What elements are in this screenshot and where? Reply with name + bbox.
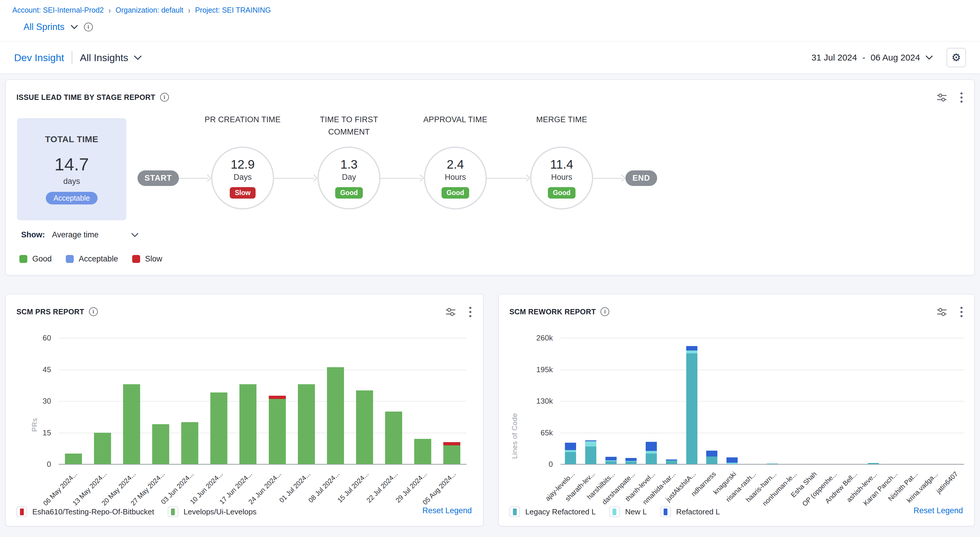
bar-segment[interactable] bbox=[356, 391, 373, 464]
bar-segment[interactable] bbox=[686, 353, 697, 464]
bar-segment[interactable] bbox=[65, 454, 82, 464]
bar-segment[interactable] bbox=[646, 454, 657, 464]
info-icon[interactable]: i bbox=[84, 22, 93, 32]
bar-segment[interactable] bbox=[625, 461, 636, 464]
bar-segment[interactable] bbox=[666, 460, 677, 464]
bar[interactable] bbox=[443, 442, 460, 464]
dev-insight-link[interactable]: Dev Insight bbox=[14, 52, 64, 64]
kebab-menu-icon[interactable] bbox=[960, 92, 963, 103]
bar-column: ajay-levelo... bbox=[560, 338, 581, 465]
breadcrumb-project[interactable]: Project: SEI TRAINING bbox=[195, 6, 271, 14]
bar[interactable] bbox=[666, 459, 677, 464]
bar-segment[interactable] bbox=[385, 411, 402, 464]
legend-label: Refactored L bbox=[676, 507, 720, 516]
bar[interactable] bbox=[767, 464, 778, 464]
bar-segment[interactable] bbox=[585, 441, 597, 446]
bar-segment[interactable] bbox=[706, 456, 718, 464]
bar-segment[interactable] bbox=[565, 443, 576, 450]
legend-item[interactable]: New L bbox=[609, 507, 647, 517]
bar[interactable] bbox=[686, 346, 697, 464]
bar[interactable] bbox=[327, 367, 344, 464]
bar-column: krina.vadga... bbox=[924, 338, 944, 465]
bar[interactable] bbox=[706, 451, 718, 464]
stage-approval-time[interactable]: APPROVAL TIME 2.4 Hours Good bbox=[424, 146, 487, 210]
bar-segment[interactable] bbox=[727, 458, 738, 463]
bar[interactable] bbox=[646, 442, 657, 464]
settings-button[interactable]: ⚙ bbox=[947, 48, 966, 67]
info-icon[interactable]: i bbox=[89, 307, 98, 316]
bar-segment[interactable] bbox=[686, 346, 697, 351]
bar-segment[interactable] bbox=[123, 384, 140, 464]
filter-sliders-icon[interactable] bbox=[445, 307, 456, 317]
slow-swatch-icon bbox=[132, 255, 140, 263]
legend-item[interactable]: Levelops/Ui-Levelops bbox=[168, 507, 257, 517]
bar-segment[interactable] bbox=[605, 457, 617, 460]
legend-item[interactable]: Esha610/Testing-Repo-Of-Bitbucket bbox=[16, 507, 154, 517]
reset-legend-link[interactable]: Reset Legend bbox=[913, 506, 963, 515]
bar-segment[interactable] bbox=[565, 450, 576, 452]
filter-sliders-icon[interactable] bbox=[937, 92, 947, 103]
bar[interactable] bbox=[123, 384, 140, 464]
kebab-menu-icon[interactable] bbox=[469, 306, 472, 318]
sprint-selector[interactable]: All Sprints i bbox=[24, 22, 93, 32]
bar[interactable] bbox=[868, 463, 879, 464]
bar-segment[interactable] bbox=[686, 351, 697, 353]
legend-item[interactable]: Legacy Refactored L bbox=[509, 507, 596, 517]
scm-prs-panel: SCM PRS REPORT i PRs 01530456006 May 202… bbox=[5, 294, 484, 526]
bar[interactable] bbox=[152, 424, 169, 464]
bar[interactable] bbox=[585, 440, 597, 464]
bar-segment[interactable] bbox=[152, 424, 169, 464]
bar-segment[interactable] bbox=[327, 367, 344, 464]
bar[interactable] bbox=[565, 443, 576, 464]
bar-segment[interactable] bbox=[625, 458, 636, 461]
reset-legend-link[interactable]: Reset Legend bbox=[422, 506, 472, 515]
bar[interactable] bbox=[239, 384, 256, 464]
bar-segment[interactable] bbox=[94, 433, 111, 464]
bar[interactable] bbox=[94, 433, 111, 464]
bar-segment[interactable] bbox=[239, 384, 256, 464]
bar[interactable] bbox=[414, 439, 431, 464]
info-icon[interactable]: i bbox=[600, 307, 609, 316]
bar[interactable] bbox=[181, 422, 198, 464]
bar[interactable] bbox=[65, 454, 82, 464]
bar-segment[interactable] bbox=[727, 463, 738, 464]
stage-merge-time[interactable]: MERGE TIME 11.4 Hours Good bbox=[530, 146, 593, 210]
bar-segment[interactable] bbox=[181, 422, 198, 464]
bar-column: Karan Panch... bbox=[883, 338, 904, 465]
bar-segment[interactable] bbox=[269, 396, 286, 399]
bar-segment[interactable] bbox=[605, 461, 617, 464]
bar-segment[interactable] bbox=[298, 384, 315, 464]
bar-segment[interactable] bbox=[565, 452, 576, 464]
bar-segment[interactable] bbox=[868, 463, 879, 464]
kebab-menu-icon[interactable] bbox=[960, 306, 963, 318]
all-insights-dropdown[interactable]: All Insights bbox=[80, 52, 142, 64]
bar[interactable] bbox=[385, 411, 402, 464]
show-metric-dropdown[interactable]: Show: Average time bbox=[21, 230, 138, 240]
acceptable-swatch-icon bbox=[66, 255, 74, 263]
bar-segment[interactable] bbox=[269, 399, 286, 464]
bar-segment[interactable] bbox=[585, 446, 597, 464]
bar[interactable] bbox=[298, 384, 315, 464]
bar-segment[interactable] bbox=[443, 445, 460, 464]
bar-segment[interactable] bbox=[646, 451, 657, 453]
bar[interactable] bbox=[727, 458, 738, 464]
bar-segment[interactable] bbox=[646, 442, 657, 451]
bar[interactable] bbox=[356, 391, 373, 464]
info-icon[interactable]: i bbox=[160, 93, 169, 102]
bar[interactable] bbox=[625, 458, 636, 464]
stage-pr-creation-time[interactable]: PR CREATION TIME 12.9 Days Slow bbox=[211, 146, 274, 210]
bar[interactable] bbox=[269, 396, 286, 464]
breadcrumb-organization[interactable]: Organization: default bbox=[115, 6, 183, 14]
bar-segment[interactable] bbox=[210, 392, 228, 464]
bar-segment[interactable] bbox=[767, 464, 778, 464]
bar-segment[interactable] bbox=[443, 442, 460, 445]
bar[interactable] bbox=[210, 392, 228, 464]
date-range-picker[interactable]: 31 Jul 2024 - 06 Aug 2024 bbox=[811, 52, 933, 63]
breadcrumb-account[interactable]: Account: SEI-Internal-Prod2 bbox=[12, 6, 104, 14]
bar-segment[interactable] bbox=[706, 451, 718, 456]
bar-segment[interactable] bbox=[414, 439, 431, 464]
filter-sliders-icon[interactable] bbox=[937, 307, 947, 317]
legend-item[interactable]: Refactored L bbox=[660, 507, 720, 517]
bar[interactable] bbox=[605, 457, 617, 464]
stage-time-to-first-comment[interactable]: TIME TO FIRST COMMENT 1.3 Day Good bbox=[318, 146, 380, 210]
